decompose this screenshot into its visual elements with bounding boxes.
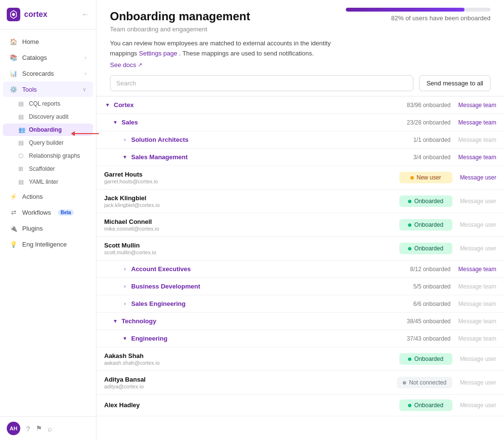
engineering-message-team[interactable]: Message team [458, 335, 496, 342]
cortex-team-name[interactable]: Cortex [114, 101, 134, 109]
cortex-message-team[interactable]: Message team [458, 102, 496, 109]
see-docs-link[interactable]: See docs ↗ [110, 61, 142, 69]
aakash-shah-status: Onboarded [399, 353, 452, 365]
sidebar-item-scorecards-label: Scorecards [22, 70, 54, 77]
jack-klingbiel-email: jack.klingbiel@cortex.io [104, 202, 399, 208]
team-row-sales: ▼ Sales 23/28 onboarded Message team [96, 114, 504, 131]
page-title: Onboarding management [110, 10, 332, 24]
avatar[interactable]: AH [7, 422, 20, 435]
solution-architects-expand-icon[interactable]: › [122, 137, 128, 142]
sidebar-item-catalogs-label: Catalogs [22, 54, 47, 61]
engineering-team-name[interactable]: Engineering [131, 335, 167, 342]
sidebar-item-yaml-linter-label: YAML linter [29, 179, 58, 185]
svg-point-1 [12, 13, 15, 16]
cortex-expand-icon[interactable]: ▼ [104, 102, 111, 108]
aditya-bansal-status-dot [403, 381, 406, 385]
account-executives-team-name[interactable]: Account Executives [131, 265, 191, 273]
sidebar-item-eng-intelligence[interactable]: 💡 Eng Intelligence [3, 236, 93, 252]
sidebar-item-plugins[interactable]: 🔌 Plugins [3, 220, 93, 236]
sales-management-team-name[interactable]: Sales Management [131, 153, 188, 161]
sales-management-message-team[interactable]: Message team [458, 154, 496, 161]
sales-engineering-expand-icon[interactable]: › [122, 301, 128, 306]
sales-engineering-team-name[interactable]: Sales Engineering [131, 300, 186, 307]
jack-klingbiel-info: Jack Klingbiel jack.klingbiel@cortex.io [104, 194, 399, 208]
sidebar-item-yaml-linter[interactable]: ▤ YAML linter [3, 176, 93, 188]
scott-mullin-status-dot [408, 247, 411, 250]
sidebar-item-cql-reports[interactable]: ▤ CQL reports [3, 97, 93, 110]
search-footer-icon[interactable]: ⌕ [48, 425, 52, 433]
engineering-expand-icon[interactable]: ▼ [122, 336, 128, 341]
sidebar-item-plugins-label: Plugins [22, 225, 43, 232]
external-link-icon: ↗ [138, 62, 142, 68]
technology-onboarded-count: 38/45 onboarded [407, 318, 459, 325]
sales-expand-icon[interactable]: ▼ [112, 120, 119, 125]
sidebar-item-home[interactable]: 🏠 Home [3, 34, 93, 49]
action-bar: Send message to all [96, 69, 504, 96]
user-row-scott-mullin: Scott Mullin scott.mullin@cortex.io Onbo… [96, 237, 504, 261]
business-development-expand-icon[interactable]: › [122, 284, 128, 289]
home-icon: 🏠 [10, 38, 17, 45]
sidebar-item-catalogs[interactable]: 📚 Catalogs › [3, 50, 93, 65]
sidebar-collapse-button[interactable]: ← [82, 10, 89, 19]
scott-mullin-info: Scott Mullin scott.mullin@cortex.io [104, 242, 399, 255]
catalogs-chevron-icon: › [84, 55, 86, 60]
solution-architects-message-team[interactable]: Message team [458, 137, 496, 143]
scott-mullin-name: Scott Mullin [104, 242, 399, 249]
jack-klingbiel-status-dot [408, 200, 411, 203]
technology-expand-icon[interactable]: ▼ [112, 318, 119, 324]
sales-management-expand-icon[interactable]: ▼ [122, 154, 128, 160]
sidebar-item-query-builder-label: Query builder [29, 139, 64, 146]
sidebar-item-scaffolder[interactable]: ⊞ Scaffolder [3, 163, 93, 175]
sidebar-item-tools[interactable]: ⚙️ Tools ∨ [3, 82, 93, 97]
sidebar-item-relationship-graphs[interactable]: ⬡ Relationship graphs [3, 150, 93, 162]
technology-message-team[interactable]: Message team [458, 318, 496, 325]
sidebar-item-onboarding[interactable]: 👥 Onboarding [3, 124, 93, 136]
aakash-shah-message[interactable]: Message user [452, 356, 496, 362]
solution-architects-team-name[interactable]: Solution Architects [131, 136, 189, 143]
business-development-team-name[interactable]: Business Development [131, 283, 200, 290]
workflows-beta-badge: Beta [58, 209, 74, 216]
flag-icon[interactable]: ⚑ [36, 424, 42, 433]
relationship-graphs-icon: ⬡ [18, 152, 25, 159]
user-row-alex-hadley: Alex Hadley Onboarded Message user [96, 395, 504, 416]
aditya-bansal-info: Aditya Bansal aditya@cortex.io [104, 376, 397, 389]
garret-houts-message[interactable]: Message user [452, 174, 496, 181]
user-row-aakash-shah: Aakash Shah aakash.shah@cortex.io Onboar… [96, 347, 504, 371]
solution-architects-onboarded-count: 1/1 onboarded [413, 137, 458, 143]
business-development-message-team[interactable]: Message team [458, 283, 496, 290]
top-left-panel: Onboarding management Team onboarding an… [96, 0, 346, 69]
technology-team-name[interactable]: Technology [122, 317, 156, 325]
sidebar-item-workflows-label: Workflows [22, 209, 51, 216]
user-row-jack-klingbiel: Jack Klingbiel jack.klingbiel@cortex.io … [96, 190, 504, 213]
sidebar-item-actions[interactable]: ⚡ Actions [3, 189, 93, 204]
garret-houts-status: New user [399, 172, 452, 183]
tools-icon: ⚙️ [10, 85, 17, 93]
scott-mullin-message[interactable]: Message user [452, 245, 496, 252]
page-header: Onboarding management Team onboarding an… [96, 0, 346, 69]
help-icon[interactable]: ? [26, 425, 30, 433]
sidebar-item-query-builder[interactable]: ▤ Query builder [3, 137, 93, 149]
michael-connell-message[interactable]: Message user [452, 221, 496, 228]
catalog-icon: 📚 [10, 54, 17, 61]
main-content: Onboarding management Team onboarding an… [96, 0, 504, 440]
sidebar-item-discovery-audit[interactable]: ▤ Discovery audit [3, 110, 93, 123]
yaml-linter-icon: ▤ [18, 179, 25, 185]
sales-engineering-message-team[interactable]: Message team [458, 301, 496, 307]
sales-message-team[interactable]: Message team [458, 119, 496, 126]
garret-houts-name: Garret Houts [104, 171, 399, 178]
aakash-shah-name: Aakash Shah [104, 352, 399, 359]
aakash-shah-status-label: Onboarded [414, 356, 443, 362]
aditya-bansal-message[interactable]: Message user [452, 379, 496, 386]
sales-team-name[interactable]: Sales [122, 119, 138, 126]
sidebar-item-workflows[interactable]: ⇄ Workflows Beta [3, 205, 93, 220]
send-message-button[interactable]: Send message to all [419, 75, 490, 91]
account-executives-message-team[interactable]: Message team [458, 266, 496, 273]
jack-klingbiel-message[interactable]: Message user [452, 198, 496, 205]
sidebar-item-scorecards[interactable]: 📊 Scorecards › [3, 66, 93, 81]
michael-connell-status-dot [408, 223, 411, 227]
sidebar-nav: 🏠 Home 📚 Catalogs › 📊 Scorecards › ⚙️ To… [0, 29, 96, 416]
account-executives-expand-icon[interactable]: › [122, 266, 128, 272]
alex-hadley-message[interactable]: Message user [452, 402, 496, 409]
settings-page-link[interactable]: Settings page [139, 50, 177, 57]
search-input[interactable] [110, 75, 413, 91]
